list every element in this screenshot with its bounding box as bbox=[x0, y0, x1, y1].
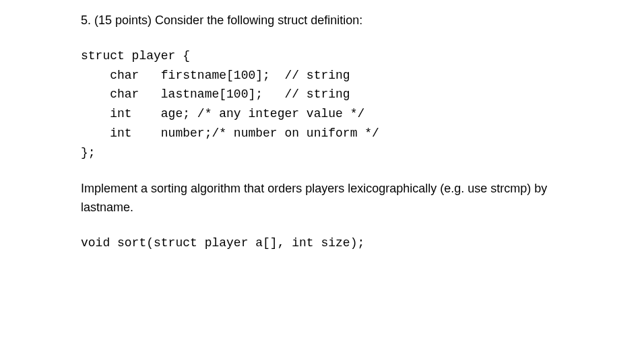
code-line: char lastname[100]; // string bbox=[81, 87, 350, 101]
struct-definition: struct player { char firstname[100]; // … bbox=[81, 46, 563, 163]
function-signature: void sort(struct player a[], int size); bbox=[81, 233, 563, 253]
code-line: int age; /* any integer value */ bbox=[81, 107, 364, 120]
code-line: int number;/* number on uniform */ bbox=[81, 126, 379, 140]
document-content: 5. (15 points) Consider the following st… bbox=[0, 0, 644, 264]
code-line: struct player { bbox=[81, 49, 190, 63]
question-number: 5. bbox=[81, 13, 91, 27]
code-line: }; bbox=[81, 146, 96, 159]
question-points: (15 points) bbox=[94, 13, 152, 27]
question-prompt: Consider the following struct definition… bbox=[155, 13, 362, 27]
question-header: 5. (15 points) Consider the following st… bbox=[81, 11, 563, 30]
code-line: char firstname[100]; // string bbox=[81, 69, 350, 82]
instruction-text: Implement a sorting algorithm that order… bbox=[81, 179, 563, 218]
